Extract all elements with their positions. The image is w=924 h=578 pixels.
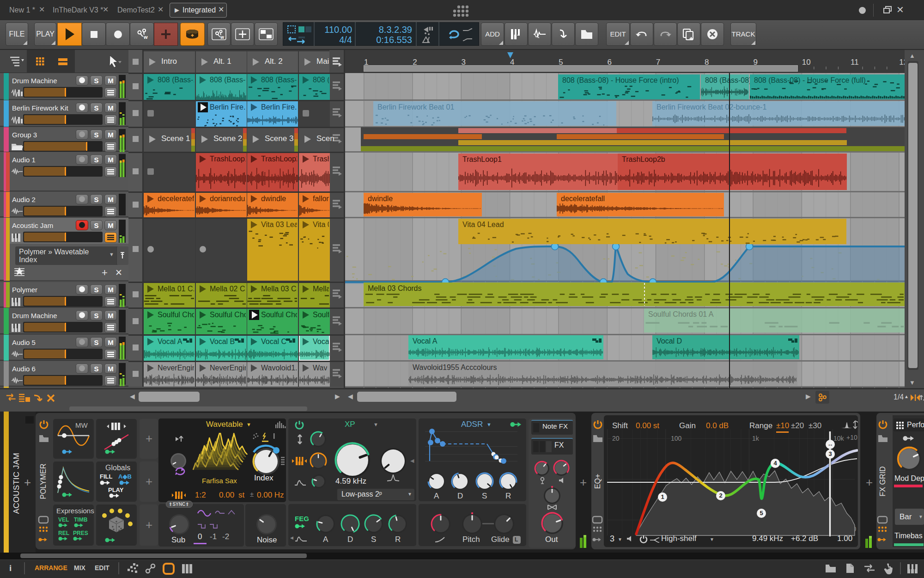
- svg-text:w: w: [220, 35, 224, 40]
- svg-text:w: w: [143, 34, 148, 40]
- svg-text:10: 10: [802, 58, 811, 67]
- svg-text:11: 11: [851, 58, 859, 67]
